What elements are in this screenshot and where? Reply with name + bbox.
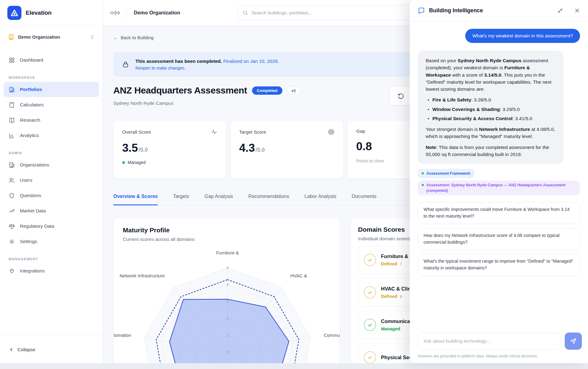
suggested-question-1[interactable]: What specific improvements could move Fu… [418,202,580,224]
user-message: What's my weakest domain in this assessm… [465,29,580,43]
banner-finalized-date: Finalized on Jan 10, 2026. [223,59,279,64]
rotate-ccw-icon [398,93,404,99]
chat-bubble-icon [418,7,425,14]
sidebar-item-label: Analytics [20,133,39,138]
sidebar-item-label: Settings [20,239,37,244]
org-selector-label: Demo Organization [18,34,86,40]
plug-icon [9,268,15,274]
domain-extra: 8 [400,294,402,299]
svg-text:2: 2 [226,316,228,321]
org-selector[interactable]: Demo Organization [4,31,99,43]
tab-recommendations[interactable]: Recommendations [248,194,289,205]
domain-status: Defined [381,294,397,299]
tab-targets[interactable]: Targets [173,194,189,205]
suggested-question-3[interactable]: What's the typical investment range to i… [418,254,580,276]
close-icon[interactable] [574,8,580,13]
svg-text:Furniture &: Furniture & [216,250,239,255]
sidebar-item-users[interactable]: Users [4,173,99,188]
sidebar-item-label: Organizations [20,162,49,168]
source-status-dot [422,184,424,186]
target-icon [328,128,335,135]
banner-message: This assessment has been completed. [135,59,222,64]
svg-text:5: 5 [226,265,228,270]
sidebar-collapse-button[interactable]: Collapse [0,336,103,363]
card-label: Overall Score [122,129,151,135]
section-label-management: MANAGEMENT [9,257,94,261]
version-badge: v1 [287,86,300,95]
svg-text:1: 1 [226,333,228,337]
banner-reopen-link[interactable]: Reopen to make changes. [135,66,279,70]
gear-icon [9,238,15,245]
activity-icon [211,128,218,135]
svg-text:0: 0 [226,350,228,354]
topbar-org-name: Demo Organization [134,10,180,16]
domain-extra: 7 [400,262,402,266]
card-label: Gap [356,128,365,134]
chat-title: Building Intelligence [429,7,557,14]
check-circle-icon [364,351,376,363]
sidebar-item-regulatory-data[interactable]: Regulatory Data [4,219,99,234]
tab-documents[interactable]: Documents [352,194,376,205]
tab-labor-analysis[interactable]: Labor Analysis [304,194,336,205]
bar-chart-icon [9,132,15,139]
card-label: Target Score [239,129,266,135]
sidebar-item-market-data[interactable]: Market Data [4,203,99,219]
check-circle-icon [364,286,376,299]
check-circle-icon [364,254,376,266]
tab-gap-analysis[interactable]: Gap Analysis [204,194,233,205]
score-denominator: /5.0 [255,147,265,153]
chat-disclaimer: Answers are grounded in platform data. A… [418,354,538,358]
reopen-assessment-button[interactable] [390,86,412,105]
waveform-icon [110,10,120,16]
lock-icon [122,61,129,68]
chat-input[interactable] [418,333,560,350]
arrow-left-icon: ← [113,35,118,40]
minimize-icon[interactable] [557,8,563,14]
book-icon [9,117,15,124]
sidebar-item-questions[interactable]: Questions [4,188,99,203]
tab-overview-scores[interactable]: Overview & Scores [113,194,158,205]
sidebar-item-dashboard[interactable]: Dashboard [4,52,99,68]
divider [126,7,126,19]
send-button[interactable] [565,333,582,350]
sidebar-item-organizations[interactable]: Organizations [4,157,99,173]
trending-up-icon [9,208,15,214]
sidebar-item-settings[interactable]: Settings [4,234,99,249]
search-icon [243,10,248,16]
overall-score-value: 3.5 [122,142,138,154]
back-to-building-link[interactable]: ← Back to Building [113,35,154,40]
svg-text:4: 4 [226,282,228,287]
chevron-left-icon [9,347,14,352]
source-chip-label: Assessment: Sydney North Ryde Campus — A… [426,182,576,193]
section-label-admin: ADMIN [9,151,94,155]
maturity-status-label: Managed [128,160,145,165]
global-search[interactable] [237,5,412,21]
search-input[interactable] [251,10,407,16]
source-chip-assessment[interactable]: Assessment: Sydney North Ryde Campus — A… [418,181,580,195]
svg-text:Communication &: Communication & [324,333,340,338]
sidebar-item-label: Questions [20,193,41,198]
sidebar-item-research[interactable]: Research [4,112,99,128]
suggested-question-2[interactable]: How does my Network Infrastructure score… [418,228,580,250]
scales-icon [9,223,15,230]
section-label-workspace: WORKSPACE [9,76,94,79]
users-icon [9,177,15,184]
chevron-updown-icon [90,35,95,40]
elevation-logo-icon [7,6,21,20]
sidebar-item-label: Integrations [20,268,45,274]
sidebar-item-portfolios[interactable]: Portfolios [4,82,99,97]
gap-value: 0.8 [356,140,372,153]
sidebar-item-integrations[interactable]: Integrations [4,263,99,279]
paper-plane-icon [570,338,577,344]
source-chip-framework[interactable]: Assessment Framework [418,169,474,178]
page-title: ANZ Headquarters Assessment [113,85,247,96]
shield-icon [9,192,15,199]
svg-text:Building Automation: Building Automation [114,333,131,338]
sidebar-item-label: Calculators [20,102,44,108]
brand-header: Elevation [0,0,103,26]
sidebar-item-analytics[interactable]: Analytics [4,128,99,143]
sidebar-item-label: Regulatory Data [20,223,54,229]
sidebar-item-calculators[interactable]: Calculators [4,97,99,112]
org-building-icon [8,34,14,40]
status-badge: Completed [252,86,282,95]
